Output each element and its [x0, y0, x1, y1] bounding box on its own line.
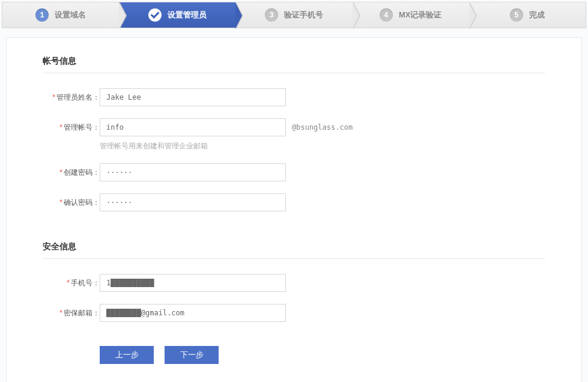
- required-mark: *: [52, 93, 55, 102]
- step-num-1: 1: [35, 8, 49, 22]
- phone-input[interactable]: [100, 274, 286, 292]
- step-label: 完成: [529, 10, 545, 20]
- step-label: 验证手机号: [284, 10, 323, 20]
- step-phone-verify[interactable]: 3 验证手机号: [235, 2, 352, 28]
- create-password-row: *创建密码：: [43, 163, 545, 181]
- phone-row: *手机号：: [43, 274, 545, 292]
- phone-label: *手机号：: [43, 274, 100, 288]
- confirm-password-label: *确认密码：: [43, 193, 100, 208]
- admin-name-input[interactable]: [100, 88, 286, 106]
- security-section-title: 安全信息: [43, 241, 545, 259]
- step-num-5: 5: [510, 8, 523, 22]
- admin-account-input[interactable]: [100, 118, 286, 136]
- domain-suffix: @bsunglass.com: [292, 123, 353, 132]
- required-mark: *: [67, 279, 70, 287]
- confirm-password-row: *确认密码：: [43, 193, 545, 211]
- admin-name-row: *管理员姓名：: [43, 88, 545, 106]
- step-complete[interactable]: 5 完成: [469, 2, 586, 28]
- step-label: MX记录验证: [399, 10, 442, 20]
- form-panel: 帐号信息 *管理员姓名： *管理帐号： @bsunglass.com 管理帐号用…: [6, 37, 582, 382]
- account-section-title: 帐号信息: [43, 56, 545, 73]
- recovery-email-label: *密保邮箱：: [43, 304, 100, 318]
- admin-name-label: *管理员姓名：: [43, 88, 100, 103]
- checkmark-icon: [148, 8, 162, 22]
- step-label: 设置域名: [55, 10, 86, 20]
- admin-account-helper: 管理帐号用来创建和管理企业邮箱: [100, 141, 353, 151]
- wizard-steps: 1 设置域名 设置管理员 3 验证手机号 4 MX记录验证 5 完成: [2, 2, 586, 28]
- step-admin[interactable]: 设置管理员: [119, 2, 235, 28]
- step-num-3: 3: [265, 8, 278, 22]
- required-mark: *: [59, 198, 62, 207]
- create-password-input[interactable]: [100, 163, 286, 181]
- required-mark: *: [59, 123, 62, 132]
- prev-button[interactable]: 上一步: [100, 346, 154, 364]
- confirm-password-input[interactable]: [100, 193, 286, 211]
- button-row: 上一步 下一步: [100, 346, 545, 364]
- required-mark: *: [59, 309, 62, 317]
- admin-account-label: *管理帐号：: [43, 118, 100, 133]
- recovery-email-row: *密保邮箱：: [43, 304, 545, 322]
- step-num-4: 4: [380, 8, 393, 22]
- recovery-email-input[interactable]: [100, 304, 286, 322]
- next-button[interactable]: 下一步: [165, 346, 219, 364]
- step-domain[interactable]: 1 设置域名: [2, 2, 119, 28]
- required-mark: *: [59, 168, 62, 177]
- step-label: 设置管理员: [168, 10, 207, 20]
- step-mx-verify[interactable]: 4 MX记录验证: [353, 2, 469, 28]
- admin-account-row: *管理帐号： @bsunglass.com 管理帐号用来创建和管理企业邮箱: [43, 118, 545, 151]
- create-password-label: *创建密码：: [43, 163, 100, 178]
